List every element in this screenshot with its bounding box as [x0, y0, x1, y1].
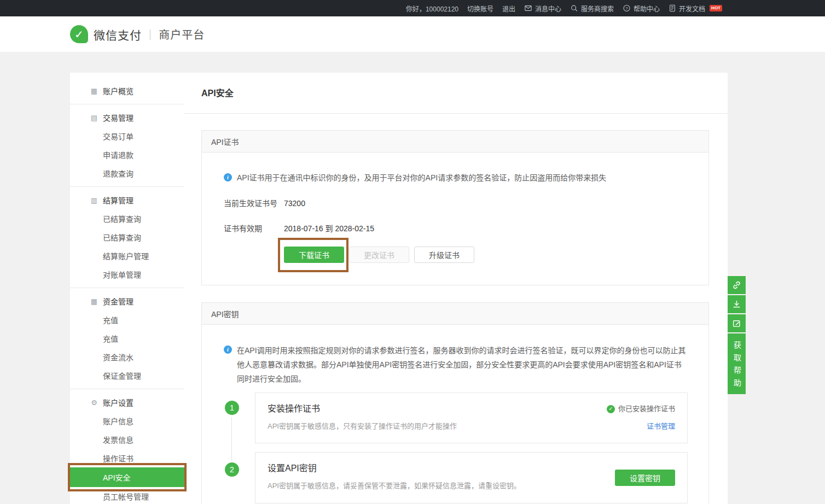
search-icon — [570, 4, 578, 12]
step-2-desc: API密钥属于敏感信息，请妥善保管不要泄露，如果怀疑信息泄露，请重设密钥。 — [268, 481, 521, 491]
sidebar-divider — [70, 104, 184, 104]
cert-info-text: API证书用于在通讯中标识你的身份，及用于平台对你的API请求参数的签名验证，防… — [237, 171, 606, 184]
cert-validity-row: 证书有效期 2018-07-16 到 2028-02-15 — [224, 224, 688, 233]
sidebar-item-account-overview[interactable]: ▦ 账户概览 — [70, 81, 184, 100]
help-center-label: 帮助中心 — [634, 4, 660, 13]
wechat-logo-icon: ✓ — [70, 25, 88, 43]
sidebar-item-recharge-1[interactable]: 充值 — [70, 310, 184, 329]
sidebar-item-account-info[interactable]: 账户信息 — [70, 412, 184, 430]
key-info-row: i 在API调用时用来按照指定规则对你的请求参数进行签名，服务器收到你的请求时会… — [224, 343, 688, 386]
cert-buttons: 下载证书 更改证书 升级证书 — [284, 247, 688, 263]
feedback-button[interactable] — [728, 314, 746, 332]
doc-icon — [669, 4, 676, 12]
calculator-icon: ▥ — [90, 196, 98, 204]
download-button[interactable] — [728, 295, 746, 313]
gear-icon: ⚙ — [90, 398, 98, 407]
info-icon: i — [224, 173, 232, 181]
sidebar-divider — [70, 389, 184, 389]
step-1: 1 安装操作证书 API密钥属于敏感信息，只有安装了操作证书的用户才能操作 ✓ … — [224, 392, 688, 443]
sidebar-divider — [70, 186, 184, 187]
group-label: 账户设置 — [103, 397, 133, 408]
step-2-badge: 2 — [225, 462, 239, 477]
wechat-pay-logo[interactable]: ✓ 微信支付 — [70, 25, 142, 43]
sidebar: ▦ 账户概览 ▤ 交易管理 交易订单 申请退款 退款查询 ▥ 结算管理 已结算查… — [70, 73, 184, 504]
topbar: 你好，100002120 切换账号 退出 消息中心 服务商搜索 ? 帮助中心 开… — [0, 0, 825, 16]
link-icon — [732, 280, 741, 290]
sidebar-item-api-security[interactable]: API安全 — [70, 467, 184, 487]
group-label: 结算管理 — [103, 195, 133, 206]
download-cert-button[interactable]: 下载证书 — [284, 247, 344, 263]
set-api-key-button[interactable]: 设置密钥 — [615, 470, 675, 486]
sidebar-item-settled-query-1[interactable]: 已结算查询 — [70, 209, 184, 228]
share-button[interactable] — [728, 276, 746, 294]
dev-docs-label: 开发文档 — [679, 4, 705, 13]
status-text: 你已安装操作证书 — [618, 403, 675, 415]
group-label: 交易管理 — [103, 112, 133, 123]
api-key-section-header: API密钥 — [202, 303, 708, 325]
logout-link[interactable]: 退出 — [502, 4, 515, 13]
sidebar-item-operation-cert[interactable]: 操作证书 — [70, 449, 184, 467]
info-icon: i — [224, 345, 232, 354]
steps: 1 安装操作证书 API密钥属于敏感信息，只有安装了操作证书的用户才能操作 ✓ … — [224, 392, 688, 503]
brand-header: ✓ 微信支付 | 商户平台 — [0, 16, 825, 52]
api-key-section: API密钥 i 在API调用时用来按照指定规则对你的请求参数进行签名，服务器收到… — [201, 302, 709, 504]
sidebar-item-transaction-management[interactable]: ▤ 交易管理 — [70, 108, 184, 127]
platform-name: 商户平台 — [159, 26, 205, 42]
help-center-link[interactable]: ? 帮助中心 — [623, 4, 660, 13]
step-1-desc: API密钥属于敏感信息，只有安装了操作证书的用户才能操作 — [268, 421, 457, 431]
brand-name: 微信支付 — [94, 26, 142, 43]
float-toolbar: 获取帮助 — [728, 276, 746, 394]
sidebar-item-invoice-info[interactable]: 发票信息 — [70, 430, 184, 449]
sidebar-item-funds-flow[interactable]: 资金流水 — [70, 348, 184, 366]
cert-number-row: 当前生效证书号 73200 — [224, 198, 688, 208]
sidebar-item-statement-management[interactable]: 对账单管理 — [70, 265, 184, 284]
sidebar-item-staff-account[interactable]: 员工帐号管理 — [70, 487, 184, 504]
cert-number-label: 当前生效证书号 — [224, 198, 284, 208]
main-panel: API安全 API证书 i API证书用于在通讯中标识你的身份，及用于平台对你的… — [184, 73, 728, 504]
sidebar-item-settlement-account[interactable]: 结算账户管理 — [70, 247, 184, 265]
sidebar-item-funds-management[interactable]: ▦ 资金管理 — [70, 292, 184, 310]
sidebar-item-settlement-management[interactable]: ▥ 结算管理 — [70, 191, 184, 209]
key-info-text: 在API调用时用来按照指定规则对你的请求参数进行签名，服务器收到你的请求时会进行… — [237, 343, 688, 386]
svg-text:?: ? — [625, 6, 628, 11]
sidebar-item-recharge-2[interactable]: 充值 — [70, 329, 184, 348]
api-cert-section-header: API证书 — [202, 131, 708, 153]
message-center-label: 消息中心 — [535, 4, 561, 13]
provider-search-link[interactable]: 服务商搜索 — [570, 4, 614, 13]
step-2-title: 设置API密钥 — [268, 462, 521, 474]
download-icon — [732, 300, 741, 309]
sidebar-divider — [70, 288, 184, 288]
change-cert-button[interactable]: 更改证书 — [349, 247, 409, 263]
page-title: API安全 — [184, 73, 728, 114]
get-help-button[interactable]: 获取帮助 — [728, 333, 746, 394]
sidebar-item-settled-query-2[interactable]: 已结算查询 — [70, 228, 184, 247]
sidebar-item-deposit-management[interactable]: 保证金管理 — [70, 366, 184, 385]
upgrade-cert-button[interactable]: 升级证书 — [414, 247, 474, 263]
check-icon: ✓ — [607, 405, 615, 413]
user-greeting: 你好，100002120 — [406, 4, 458, 13]
step-2-box: 设置API密钥 API密钥属于敏感信息，请妥善保管不要泄露，如果怀疑信息泄露，请… — [255, 452, 688, 503]
cert-manage-link[interactable]: 证书管理 — [647, 421, 675, 431]
cert-installed-status: ✓ 你已安装操作证书 — [607, 403, 675, 415]
sidebar-item-account-settings[interactable]: ⚙ 账户设置 — [70, 393, 184, 412]
sidebar-item-refund-query[interactable]: 退款查询 — [70, 164, 184, 183]
step-2: 2 设置API密钥 API密钥属于敏感信息，请妥善保管不要泄露，如果怀疑信息泄露… — [224, 452, 688, 503]
grid-icon: ▦ — [90, 87, 98, 95]
cert-info-row: i API证书用于在通讯中标识你的身份，及用于平台对你的API请求参数的签名验证… — [224, 171, 688, 184]
edit-icon — [732, 319, 741, 328]
group-label: 资金管理 — [103, 296, 133, 307]
funds-icon: ▦ — [90, 297, 98, 306]
sidebar-item-transaction-orders[interactable]: 交易订单 — [70, 127, 184, 145]
step-1-badge: 1 — [225, 401, 239, 415]
switch-account-link[interactable]: 切换账号 — [467, 4, 493, 13]
message-center-link[interactable]: 消息中心 — [524, 4, 561, 13]
sidebar-item-refund-apply[interactable]: 申请退款 — [70, 145, 184, 164]
step-1-box: 安装操作证书 API密钥属于敏感信息，只有安装了操作证书的用户才能操作 ✓ 你已… — [255, 392, 688, 443]
help-icon: ? — [623, 4, 631, 12]
header-divider: | — [149, 28, 152, 40]
cert-validity-value: 2018-07-16 到 2028-02-15 — [284, 224, 374, 233]
dev-docs-link[interactable]: 开发文档 HOT — [669, 4, 722, 13]
group-label: 账户概览 — [103, 85, 133, 96]
cert-validity-label: 证书有效期 — [224, 224, 284, 233]
api-cert-section: API证书 i API证书用于在通讯中标识你的身份，及用于平台对你的API请求参… — [201, 130, 709, 285]
